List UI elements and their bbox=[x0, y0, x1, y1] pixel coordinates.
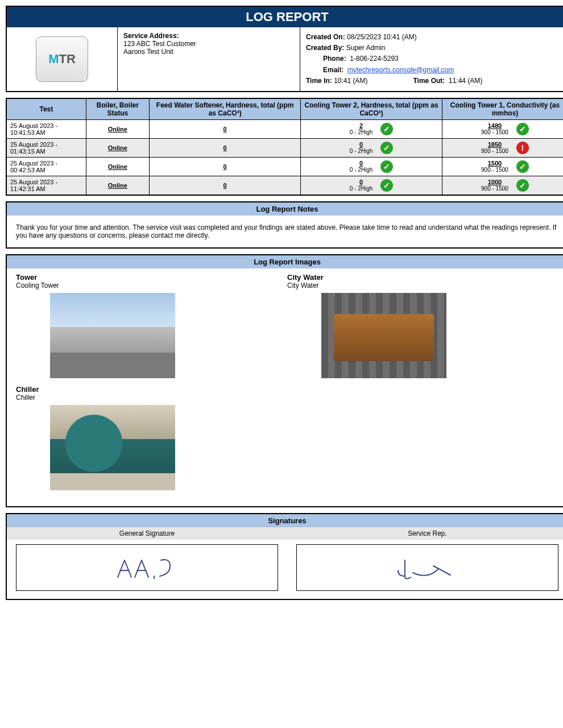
boiler-status: Online bbox=[86, 157, 149, 176]
reading-value: 0 bbox=[153, 126, 297, 133]
reading-range: 900 - 1500 bbox=[481, 185, 508, 192]
created-by-value: Super Admin bbox=[346, 44, 386, 52]
report-title: LOG REPORT bbox=[7, 7, 563, 27]
reading-range: 900 - 1500 bbox=[481, 167, 508, 173]
service-address-label: Service Address: bbox=[123, 32, 294, 40]
image-item: City WaterCity Water bbox=[287, 273, 558, 378]
cooling-tower-1-cell: 1000900 - 1500✓ bbox=[442, 176, 563, 195]
phone-value: 1-806-224-5293 bbox=[350, 55, 398, 63]
reading-value: 0 bbox=[350, 179, 373, 185]
cooling-tower-1-cell: 1850900 - 1500! bbox=[442, 138, 563, 157]
table-header-1: Boiler, Boiler Status bbox=[86, 98, 149, 120]
general-signature-box bbox=[16, 544, 278, 591]
logo-cell: MTR bbox=[7, 27, 118, 91]
email-label: Email: bbox=[306, 65, 343, 76]
signatures-heading: Signatures bbox=[7, 514, 563, 527]
email-link[interactable]: mytechreports.console@gmail.com bbox=[347, 66, 454, 74]
reading-value: 2 bbox=[350, 122, 373, 129]
reading-range: 0 - 2High bbox=[350, 148, 373, 154]
header-row: MTR Service Address: 123 ABC Test Custom… bbox=[7, 27, 563, 91]
time-in-label: Time In: bbox=[306, 77, 332, 85]
feed-water-cell: 0 bbox=[150, 119, 301, 138]
notes-section: Log Report Notes Thank you for your time… bbox=[6, 201, 563, 249]
cooling-tower-2-cell: 00 - 2High✓ bbox=[301, 138, 442, 157]
time-out-label: Time Out: bbox=[413, 77, 445, 85]
time-out-value: 11:44 (AM) bbox=[449, 77, 482, 85]
reading-value: 0 bbox=[350, 141, 373, 148]
service-rep-signature-glyph bbox=[394, 553, 462, 582]
image-placeholder bbox=[50, 405, 175, 490]
image-item: ChillerChiller bbox=[16, 385, 287, 490]
images-grid: TowerCooling TowerCity WaterCity WaterCh… bbox=[7, 268, 563, 506]
mtr-logo: MTR bbox=[36, 36, 88, 82]
reading-value: 0 bbox=[153, 144, 297, 151]
image-subtitle: Chiller bbox=[16, 394, 287, 402]
ok-icon: ✓ bbox=[380, 123, 393, 135]
test-timestamp: 25 August 2023 - 10:41:53 AM bbox=[6, 119, 86, 138]
table-header-row: TestBoiler, Boiler StatusFeed Water Soft… bbox=[6, 98, 563, 120]
ok-icon: ✓ bbox=[380, 179, 393, 192]
cooling-tower-2-cell: 00 - 2High✓ bbox=[301, 176, 442, 195]
reading-value: 1850 bbox=[481, 141, 508, 148]
reading-range: 0 - 2High bbox=[350, 129, 373, 135]
service-address-line2: Aarons Test Unit bbox=[123, 48, 294, 56]
ok-icon: ✓ bbox=[380, 160, 393, 173]
cooling-tower-2-cell: 20 - 2High✓ bbox=[301, 119, 442, 138]
image-item: TowerCooling Tower bbox=[16, 273, 287, 378]
reading-value: 0 bbox=[153, 182, 297, 189]
signature-labels: General Signature Service Rep. bbox=[7, 527, 563, 540]
created-by-label: Created By: bbox=[306, 44, 344, 52]
reading-value: 1500 bbox=[481, 160, 508, 167]
ok-icon: ✓ bbox=[516, 179, 529, 192]
table-row: 25 August 2023 - 10:41:53 AMOnline020 - … bbox=[6, 119, 563, 138]
notes-body: Thank you for your time and attention. T… bbox=[7, 216, 563, 247]
reading-range: 900 - 1500 bbox=[481, 148, 508, 154]
image-title: City Water bbox=[287, 273, 558, 282]
notes-heading: Log Report Notes bbox=[7, 202, 563, 216]
service-address-line1: 123 ABC Test Customer bbox=[123, 40, 294, 48]
table-row: 25 August 2023 - 11:42:31 AMOnline000 - … bbox=[6, 176, 563, 195]
table-header-2: Feed Water Softener, Hardness, total (pp… bbox=[150, 98, 301, 120]
signatures-section: Signatures General Signature Service Rep… bbox=[6, 513, 563, 600]
image-title: Chiller bbox=[16, 385, 287, 394]
reading-range: 0 - 2High bbox=[350, 185, 373, 192]
image-title: Tower bbox=[16, 273, 287, 282]
cooling-tower-1-cell: 1500900 - 1500✓ bbox=[442, 157, 563, 176]
time-in-value: 10:41 (AM) bbox=[334, 77, 367, 85]
reading-value: 1000 bbox=[481, 179, 508, 185]
reading-value: 1480 bbox=[481, 122, 508, 129]
table-header-0: Test bbox=[6, 98, 86, 120]
phone-label: Phone: bbox=[306, 53, 346, 64]
reading-range: 0 - 2High bbox=[350, 167, 373, 173]
cooling-tower-1-cell: 1480900 - 1500✓ bbox=[442, 119, 563, 138]
boiler-status: Online bbox=[86, 176, 149, 195]
alert-icon: ! bbox=[516, 142, 529, 154]
ok-icon: ✓ bbox=[516, 123, 529, 135]
feed-water-cell: 0 bbox=[150, 157, 301, 176]
created-on-label: Created On: bbox=[306, 33, 345, 41]
images-section: Log Report Images TowerCooling TowerCity… bbox=[6, 254, 563, 507]
reading-value: 0 bbox=[350, 160, 373, 167]
table-row: 25 August 2023 - 00:42:53 AMOnline000 - … bbox=[6, 157, 563, 176]
images-heading: Log Report Images bbox=[7, 255, 563, 268]
report-header: LOG REPORT MTR Service Address: 123 ABC … bbox=[6, 6, 563, 92]
cooling-tower-2-cell: 00 - 2High✓ bbox=[301, 157, 442, 176]
meta-cell: Created On: 08/25/2023 10:41 (AM) Create… bbox=[300, 27, 563, 91]
created-on-value: 08/25/2023 10:41 (AM) bbox=[347, 33, 417, 41]
test-timestamp: 25 August 2023 - 01:43:15 AM bbox=[6, 138, 86, 157]
test-timestamp: 25 August 2023 - 11:42:31 AM bbox=[6, 176, 86, 195]
service-rep-signature-box bbox=[296, 544, 558, 591]
table-header-3: Cooling Tower 2, Hardness, total (ppm as… bbox=[301, 98, 442, 120]
image-placeholder bbox=[321, 293, 446, 378]
general-signature-label: General Signature bbox=[7, 527, 287, 540]
signature-row bbox=[7, 540, 563, 599]
reading-range: 900 - 1500 bbox=[481, 129, 508, 135]
service-rep-label: Service Rep. bbox=[287, 527, 563, 540]
service-address-cell: Service Address: 123 ABC Test Customer A… bbox=[118, 27, 300, 91]
table-header-4: Cooling Tower 1, Conductivity (as mmhos) bbox=[442, 98, 563, 120]
feed-water-cell: 0 bbox=[150, 138, 301, 157]
readings-table: TestBoiler, Boiler StatusFeed Water Soft… bbox=[6, 98, 563, 196]
image-subtitle: City Water bbox=[287, 282, 558, 289]
ok-icon: ✓ bbox=[516, 160, 529, 173]
reading-value: 0 bbox=[153, 163, 297, 170]
